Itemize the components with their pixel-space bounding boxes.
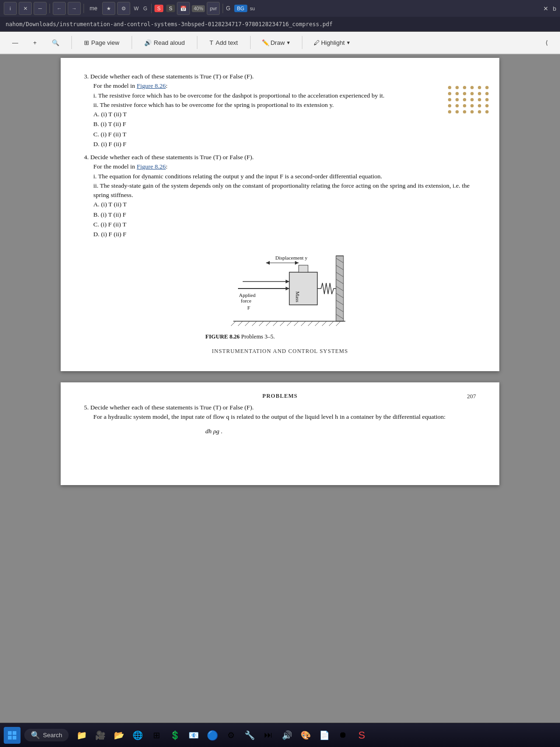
page-view-btn[interactable]: ⊞ Page view bbox=[79, 36, 124, 49]
bg-btn[interactable]: BG bbox=[234, 5, 247, 12]
plus-btn[interactable]: + bbox=[28, 36, 42, 49]
taskbar-dollar[interactable]: 💲 bbox=[167, 727, 183, 744]
taskbar-paint[interactable]: 🎨 bbox=[297, 727, 314, 744]
svg-line-26 bbox=[266, 321, 271, 326]
fig-ref-4: Figure 8.26 bbox=[137, 163, 166, 170]
windows-start-btn[interactable] bbox=[4, 727, 21, 744]
svg-rect-11 bbox=[289, 272, 317, 305]
read-aloud-label: Read aloud bbox=[154, 39, 185, 46]
problem-3-d: D. (i) F (ii) F bbox=[93, 140, 476, 149]
draw-label: Draw bbox=[271, 39, 285, 46]
highlight-icon: 🖊 bbox=[314, 39, 320, 46]
highlight-btn[interactable]: 🖊 Highlight ▼ bbox=[310, 36, 355, 49]
svg-line-24 bbox=[252, 321, 257, 326]
svg-line-23 bbox=[245, 321, 250, 326]
toolbar-sep5 bbox=[302, 36, 302, 49]
taskbar-game[interactable]: S bbox=[353, 727, 370, 744]
g2-btn[interactable]: G bbox=[226, 5, 230, 12]
zoom-btn[interactable]: 🔍 bbox=[47, 36, 64, 49]
pdf-toolbar: — + 🔍 ⊞ Page view 🔊 Read aloud T Add tex… bbox=[0, 32, 560, 54]
sep4 bbox=[223, 4, 223, 13]
svg-line-29 bbox=[287, 321, 292, 326]
problem-3-a: A. (i) T (ii) T bbox=[93, 110, 476, 119]
sep2 bbox=[84, 4, 84, 13]
settings-btn[interactable]: ⚙ bbox=[117, 2, 130, 15]
svg-text:Displacement y: Displacement y bbox=[275, 255, 308, 261]
s2-btn[interactable]: S bbox=[166, 5, 175, 12]
svg-rect-45 bbox=[13, 736, 16, 740]
problem-4-title: 4. Decide whether each of these statemen… bbox=[84, 154, 254, 161]
search-text: Search bbox=[43, 732, 62, 739]
figure-caption: FIGURE 8.26 Problems 3–5. bbox=[205, 332, 355, 341]
pdf-content: 3. Decide whether each of these statemen… bbox=[0, 54, 560, 723]
min-btn[interactable]: ─ bbox=[34, 2, 47, 15]
svg-line-35 bbox=[329, 321, 334, 326]
add-text-btn[interactable]: T Add text bbox=[205, 36, 243, 49]
problem-4-ii-text: ii. The steady-state gain of the system … bbox=[93, 182, 469, 198]
pvr-btn[interactable]: pvr bbox=[207, 2, 220, 15]
close-x[interactable]: ✕ bbox=[543, 5, 548, 12]
taskbar: 🔍 Search 📁 🎥 📂 🌐 ⊞ 💲 📧 🔵 ⚙ 🔧 ⏭ 🔊 🎨 📄 ⏺ S bbox=[0, 723, 560, 747]
s-btn[interactable]: S bbox=[154, 5, 163, 12]
svg-marker-19 bbox=[286, 280, 289, 283]
close-btn[interactable]: ✕ bbox=[19, 2, 32, 15]
draw-btn[interactable]: ✏️ Draw ▼ bbox=[258, 36, 294, 49]
more-btn[interactable]: ⟨ bbox=[541, 36, 553, 49]
problem-4-ii: ii. The steady-state gain of the system … bbox=[93, 181, 476, 200]
minus-btn[interactable]: — bbox=[7, 36, 23, 49]
svg-line-30 bbox=[294, 321, 299, 326]
cal-btn[interactable]: 📅 bbox=[177, 2, 190, 15]
b-btn[interactable]: b bbox=[553, 5, 556, 12]
svg-marker-15 bbox=[295, 261, 299, 265]
taskbar-search-box[interactable]: 🔍 Search bbox=[24, 729, 69, 741]
tab-label: me bbox=[87, 5, 100, 12]
problem-3-c: C. (i) F (ii) T bbox=[93, 130, 476, 139]
problem-4-c: C. (i) F (ii) T bbox=[93, 220, 476, 229]
back-btn[interactable]: ← bbox=[53, 2, 66, 15]
problem-5-title: 5. Decide whether each of these statemen… bbox=[84, 404, 254, 411]
problem-3-i-text: i. The resistive force which has to be o… bbox=[93, 92, 385, 99]
pdf-page-1: 3. Decide whether each of these statemen… bbox=[61, 58, 499, 371]
problem-4-b: B. (i) T (ii) F bbox=[93, 210, 476, 219]
page-view-icon: ⊞ bbox=[84, 39, 89, 46]
taskbar-media[interactable]: ⏭ bbox=[260, 727, 277, 744]
taskbar-files[interactable]: 📁 bbox=[73, 727, 90, 744]
info-btn[interactable]: i bbox=[4, 2, 17, 15]
taskbar-settings[interactable]: ⚙ bbox=[223, 727, 239, 744]
title-bar: i ✕ ─ ← → me ★ ⚙ W G S S 📅 40% pvr G BG … bbox=[0, 0, 560, 17]
su-label: su bbox=[250, 6, 255, 11]
taskbar-tools[interactable]: 🔧 bbox=[241, 727, 258, 744]
page-view-label: Page view bbox=[91, 39, 119, 46]
problem-4-d: D. (i) F (ii) F bbox=[93, 230, 476, 239]
equation: dh ρg . bbox=[205, 427, 476, 436]
svg-rect-12 bbox=[299, 265, 308, 272]
taskbar-record[interactable]: ⏺ bbox=[335, 727, 351, 744]
taskbar-audio[interactable]: 🔊 bbox=[279, 727, 295, 744]
problem-3-ii-text: ii. The resistive force which has to be … bbox=[93, 101, 334, 108]
page-footer: INSTRUMENTATION AND CONTROL SYSTEMS bbox=[84, 347, 476, 355]
forward-btn[interactable]: → bbox=[68, 2, 81, 15]
taskbar-browser[interactable]: 🌐 bbox=[129, 727, 146, 744]
taskbar-app1[interactable]: ⊞ bbox=[148, 727, 165, 744]
problem-3-options: A. (i) T (ii) T B. (i) T (ii) F C. (i) F… bbox=[93, 110, 476, 149]
add-text-label: Add text bbox=[216, 39, 238, 46]
taskbar-folder[interactable]: 📂 bbox=[111, 727, 127, 744]
num-btn: 40% bbox=[192, 5, 205, 12]
star-btn[interactable]: ★ bbox=[102, 2, 115, 15]
taskbar-pdf[interactable]: 📄 bbox=[316, 727, 333, 744]
add-text-icon: T bbox=[210, 39, 213, 46]
w-btn[interactable]: W bbox=[134, 6, 139, 11]
svg-line-21 bbox=[231, 321, 236, 326]
svg-text:Mass: Mass bbox=[295, 291, 301, 302]
taskbar-camera[interactable]: 🎥 bbox=[92, 727, 109, 744]
problem-3-ii: ii. The resistive force which has to be … bbox=[93, 100, 476, 110]
sep1 bbox=[49, 4, 50, 13]
problem-3-b: B. (i) T (ii) F bbox=[93, 120, 476, 129]
taskbar-mail[interactable]: 📧 bbox=[185, 727, 202, 744]
address-text: nahom/Downloads/instrumentation-and-cont… bbox=[6, 21, 333, 28]
taskbar-chrome[interactable]: 🔵 bbox=[204, 727, 221, 744]
g-btn[interactable]: G bbox=[143, 6, 147, 11]
toolbar-sep4 bbox=[250, 36, 251, 49]
svg-line-34 bbox=[322, 321, 327, 326]
read-aloud-btn[interactable]: 🔊 Read aloud bbox=[140, 36, 190, 49]
